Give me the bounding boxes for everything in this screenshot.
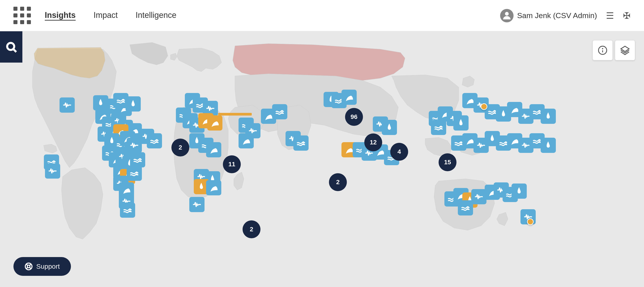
map-marker-icon[interactable] (272, 104, 287, 119)
menu-icon[interactable]: ☰ (606, 10, 614, 21)
map-marker-icon[interactable] (206, 142, 221, 157)
nav-link-insights[interactable]: Insights (45, 10, 76, 20)
cluster-marker[interactable]: 4 (390, 143, 408, 161)
cluster-marker[interactable]: 2 (242, 220, 260, 238)
nav-link-intelligence[interactable]: Intelligence (136, 10, 176, 20)
map-container: 961211415222 Support (0, 31, 644, 287)
map-marker-icon[interactable] (113, 93, 128, 108)
map-marker-icon[interactable] (431, 120, 446, 135)
user-name: Sam Jenk (CSV Admin) (517, 11, 597, 20)
map-marker-icon[interactable] (512, 184, 527, 199)
map-marker-icon[interactable] (120, 203, 135, 218)
search-icon (5, 41, 17, 53)
search-button[interactable] (0, 31, 22, 63)
layers-button[interactable] (615, 40, 635, 60)
support-button[interactable]: Support (14, 257, 71, 276)
cluster-marker[interactable]: 12 (364, 133, 382, 151)
map-marker-icon[interactable] (458, 200, 473, 216)
dot-marker (481, 103, 487, 110)
expand-icon[interactable]: ✠ (623, 10, 630, 21)
map-marker-icon[interactable] (130, 152, 145, 167)
map-marker-icon[interactable] (93, 95, 108, 110)
map-marker-icon[interactable] (540, 109, 556, 124)
map-marker-icon[interactable] (147, 133, 162, 148)
svg-point-0 (505, 12, 509, 16)
support-label: Support (36, 263, 60, 270)
svg-point-1 (7, 43, 14, 50)
svg-line-12 (30, 264, 31, 265)
support-icon (24, 263, 33, 271)
svg-line-10 (26, 264, 28, 265)
map-marker-icon[interactable] (471, 189, 486, 204)
layers-icon (620, 45, 630, 55)
user-info: Sam Jenk (CSV Admin) (500, 9, 597, 22)
svg-line-2 (14, 49, 16, 52)
map-controls (592, 40, 635, 60)
map-marker-icon[interactable] (206, 180, 221, 195)
dot-marker (527, 218, 534, 225)
cluster-marker[interactable]: 2 (172, 139, 189, 156)
nav-link-impact[interactable]: Impact (94, 10, 118, 20)
map-marker-icon[interactable] (342, 90, 357, 105)
cluster-marker[interactable]: 11 (223, 155, 241, 173)
svg-line-13 (26, 267, 28, 269)
map-marker-icon[interactable] (60, 97, 75, 113)
map-marker-icon[interactable] (45, 163, 60, 179)
svg-point-9 (27, 265, 30, 268)
info-icon (598, 45, 608, 55)
avatar (500, 9, 514, 22)
orange-bar-marker (218, 113, 252, 116)
map-marker-icon[interactable] (127, 166, 142, 181)
map-marker-icon[interactable] (238, 133, 254, 148)
map-marker-icon[interactable] (293, 135, 308, 151)
nav-right: Sam Jenk (CSV Admin) ☰ ✠ (500, 9, 630, 22)
cluster-marker[interactable]: 15 (438, 153, 456, 171)
map-marker-icon[interactable] (382, 120, 397, 135)
svg-line-11 (30, 267, 31, 269)
cluster-marker[interactable]: 96 (345, 108, 363, 126)
app-grid-icon[interactable] (14, 7, 31, 24)
nav-links: Insights Impact Intelligence (45, 10, 500, 20)
map-marker-icon[interactable] (189, 197, 204, 212)
info-button[interactable] (592, 40, 613, 60)
cluster-marker[interactable]: 2 (329, 173, 347, 191)
map-marker-icon[interactable] (540, 138, 556, 153)
navbar: Insights Impact Intelligence Sam Jenk (C… (0, 0, 644, 31)
map-marker-icon[interactable] (207, 115, 222, 131)
map-marker-icon[interactable] (453, 115, 468, 131)
world-map (0, 31, 644, 287)
